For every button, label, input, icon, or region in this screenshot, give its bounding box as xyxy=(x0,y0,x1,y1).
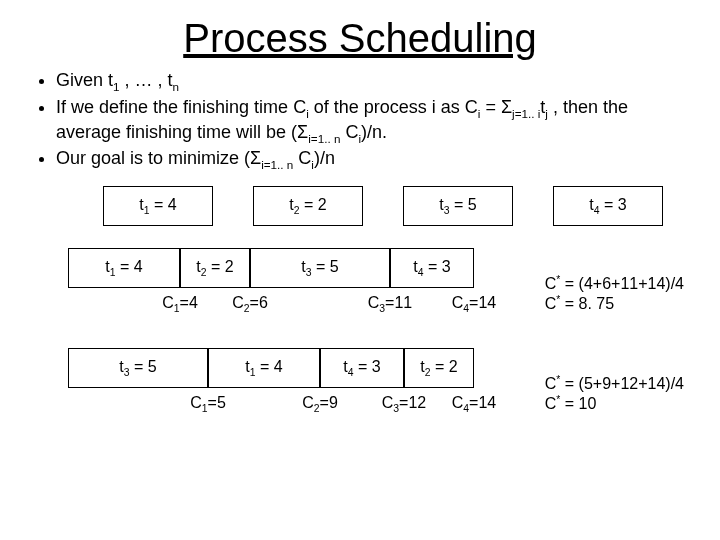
task-box-t1: t1 = 4 xyxy=(103,186,213,226)
label-a-c2: C2=6 xyxy=(232,294,268,314)
task-box-t3: t3 = 5 xyxy=(403,186,513,226)
seg-a-3: t3 = 5 xyxy=(250,248,390,288)
seg-b-2: t1 = 4 xyxy=(208,348,320,388)
slide: Process Scheduling Given t1 , … , tn If … xyxy=(0,0,720,540)
seg-a-4: t4 = 3 xyxy=(390,248,474,288)
label-b-c4: C4=14 xyxy=(452,394,496,414)
label-a-c4: C4=14 xyxy=(452,294,496,314)
result-b: C* = (5+9+12+14)/4 C* = 10 xyxy=(545,374,684,413)
label-a-c3: C3=11 xyxy=(368,294,412,314)
label-b-c1: C1=5 xyxy=(190,394,226,414)
schedule-a: t1 = 4 t2 = 2 t3 = 5 t4 = 3 C1=4 C2=6 C3… xyxy=(28,248,692,320)
label-b-c3: C3=12 xyxy=(382,394,426,414)
bullet-2: If we define the finishing time Ci of th… xyxy=(56,96,692,146)
seg-a-1: t1 = 4 xyxy=(68,248,180,288)
seg-b-1: t3 = 5 xyxy=(68,348,208,388)
label-b-c2: C2=9 xyxy=(302,394,338,414)
schedule-b: t3 = 5 t1 = 4 t4 = 3 t2 = 2 C1=5 C2=9 C3… xyxy=(28,348,692,420)
seg-b-3: t4 = 3 xyxy=(320,348,404,388)
bullet-list: Given t1 , … , tn If we define the finis… xyxy=(28,69,692,172)
task-box-t2: t2 = 2 xyxy=(253,186,363,226)
seg-b-4: t2 = 2 xyxy=(404,348,474,388)
seg-a-2: t2 = 2 xyxy=(180,248,250,288)
bullet-1: Given t1 , … , tn xyxy=(56,69,692,94)
bullet-3: Our goal is to minimize (Σi=1.. n Ci)/n xyxy=(56,147,692,172)
task-box-t4: t4 = 3 xyxy=(553,186,663,226)
label-a-c1: C1=4 xyxy=(162,294,198,314)
result-a: C* = (4+6+11+14)/4 C* = 8. 75 xyxy=(545,274,684,313)
page-title: Process Scheduling xyxy=(28,16,692,61)
row-tasks: t1 = 4 t2 = 2 t3 = 5 t4 = 3 xyxy=(103,186,692,226)
